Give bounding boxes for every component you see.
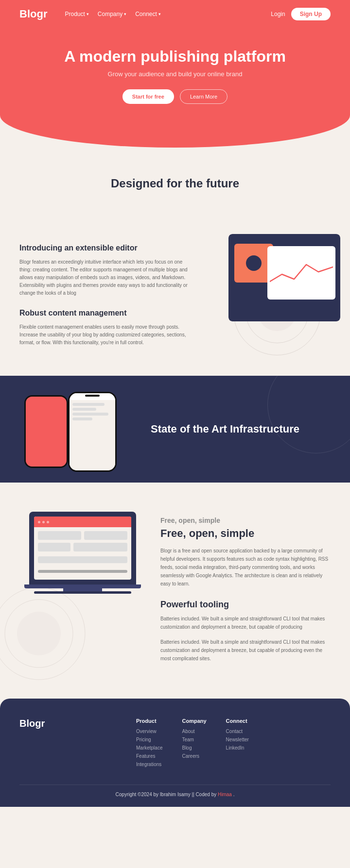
footer-col-title: Product [136, 718, 162, 724]
footer-col-product: Product Overview Pricing Marketplace Fea… [136, 718, 162, 770]
phone-line [72, 413, 108, 416]
screen-dot [47, 521, 49, 523]
footer-link-overview[interactable]: Overview [136, 729, 162, 734]
decorative-circles-svg [0, 585, 88, 682]
nav-connect[interactable]: Connect ▾ [135, 11, 161, 17]
laptop-block [84, 531, 127, 540]
footer-link-careers[interactable]: Careers [182, 753, 206, 759]
footer-link-marketplace[interactable]: Marketplace [136, 745, 162, 751]
nav-product[interactable]: Product ▾ [65, 11, 88, 17]
login-button[interactable]: Login [271, 11, 285, 17]
svg-point-1 [5, 600, 73, 668]
infra-bg-circle [267, 376, 350, 453]
laptop-body [29, 512, 136, 584]
laptop-block [73, 543, 127, 551]
nav-company[interactable]: Company ▾ [98, 11, 126, 17]
editor-heading-1: Introducing an extensible editor [19, 244, 190, 252]
copyright-text: Copyright ©2024 by Ibrahim Isamy || Code… [116, 792, 217, 797]
nav-actions: Login Sign Up [271, 8, 331, 20]
footer-author: Himaa [218, 792, 232, 797]
phone-screen-red [26, 397, 67, 467]
chevron-down-icon: ▾ [87, 12, 89, 17]
footer-bottom: Copyright ©2024 by Ibrahim Isamy || Code… [19, 785, 331, 797]
footer-logo: Blogr [19, 718, 117, 729]
laptop-illustration [19, 512, 146, 594]
footer-col-title: Company [182, 718, 206, 724]
chevron-down-icon: ▾ [124, 12, 126, 17]
editor-body-2: Flexible content management enables user… [19, 323, 190, 347]
screen-dot [38, 521, 40, 523]
laptop-block [38, 531, 81, 540]
hero-section: Blogr Product ▾ Company ▾ Connect ▾ Logi… [0, 0, 350, 148]
phone-content [70, 400, 115, 470]
laptop-screen-body [34, 527, 131, 577]
footer-link-features[interactable]: Features [136, 753, 162, 759]
future-section: Designed for the future [0, 148, 350, 229]
footer-link-about[interactable]: About [182, 729, 206, 734]
future-title: Designed for the future [19, 177, 331, 190]
free-text: Free, open, simple Free, open, simple Bl… [160, 512, 331, 669]
nav-links: Product ▾ Company ▾ Connect ▾ [65, 11, 259, 17]
footer-link-integrations[interactable]: Integrations [136, 762, 162, 767]
hero-buttons: Start for free Learn More [19, 89, 331, 104]
laptop-screen-header [34, 517, 131, 527]
illustration-bg [228, 234, 340, 321]
laptop-block [38, 543, 70, 551]
infra-section: State of the Art Infrastructure [0, 376, 350, 483]
white-card [267, 246, 335, 300]
laptop-screen [34, 517, 131, 580]
infra-phones [19, 390, 141, 468]
start-free-button[interactable]: Start for free [122, 89, 174, 104]
brand-logo: Blogr [19, 8, 47, 20]
editor-text: Introducing an extensible editor Blogr f… [19, 239, 190, 347]
powerful-title: Powerful tooling [160, 600, 331, 610]
footer-link-pricing[interactable]: Pricing [136, 737, 162, 742]
svg-point-0 [0, 587, 85, 680]
dark-panel [228, 234, 340, 321]
footer-link-linkedin[interactable]: LinkedIn [226, 745, 249, 751]
phone-notch [70, 393, 115, 400]
footer-link-team[interactable]: Team [182, 737, 206, 742]
phone-right [68, 392, 117, 472]
hero-title: A modern publishing platform [19, 48, 331, 66]
free-label: Free, open, simple [160, 517, 331, 524]
powerful-body-1: Batteries included. We built a simple an… [160, 615, 331, 631]
footer-link-contact[interactable]: Contact [226, 729, 249, 734]
svg-point-2 [17, 612, 61, 655]
notch-bar [85, 395, 100, 397]
editor-section: Introducing an extensible editor Blogr f… [0, 229, 350, 376]
infra-title: State of the Art Infrastructure [151, 423, 331, 435]
footer-col-company: Company About Team Blog Careers [182, 718, 206, 770]
laptop-base [24, 584, 141, 588]
editor-heading-2: Robust content management [19, 309, 190, 317]
phone-left [24, 395, 68, 468]
chevron-down-icon: ▾ [158, 12, 161, 17]
footer-col-title: Connect [226, 718, 249, 724]
editor-body-1: Blogr features an exceedingly intuitive … [19, 258, 190, 297]
phone-line [72, 408, 96, 411]
dark-circle [246, 255, 262, 271]
hero-subtitle: Grow your audience and build your online… [19, 70, 331, 78]
laptop-content-row [38, 531, 127, 540]
hero-content: A modern publishing platform Grow your a… [0, 28, 350, 118]
laptop-block [38, 556, 127, 563]
phone-line [72, 403, 105, 406]
free-section: Free, open, simple Free, open, simple Bl… [0, 483, 350, 699]
phone-line [72, 417, 92, 420]
laptop-content-row [38, 543, 127, 551]
powerful-body-2: Batteries included. We built a simple an… [160, 638, 331, 663]
laptop-foot [34, 591, 131, 594]
free-title: Free, open, simple [160, 527, 331, 540]
editor-illustration [204, 239, 331, 336]
footer-col-connect: Connect Contact Newsletter LinkedIn [226, 718, 249, 770]
signup-button[interactable]: Sign Up [291, 8, 331, 20]
footer-link-newsletter[interactable]: Newsletter [226, 737, 249, 742]
navbar: Blogr Product ▾ Company ▾ Connect ▾ Logi… [0, 0, 350, 28]
free-bg-circles [0, 585, 88, 684]
footer-brand: Blogr [19, 718, 117, 770]
free-body: Blogr is a free and open source applicat… [160, 547, 331, 588]
chart-wave-icon [270, 260, 333, 286]
laptop-divider [38, 570, 127, 573]
footer-link-blog[interactable]: Blog [182, 745, 206, 751]
learn-more-button[interactable]: Learn More [180, 89, 228, 104]
